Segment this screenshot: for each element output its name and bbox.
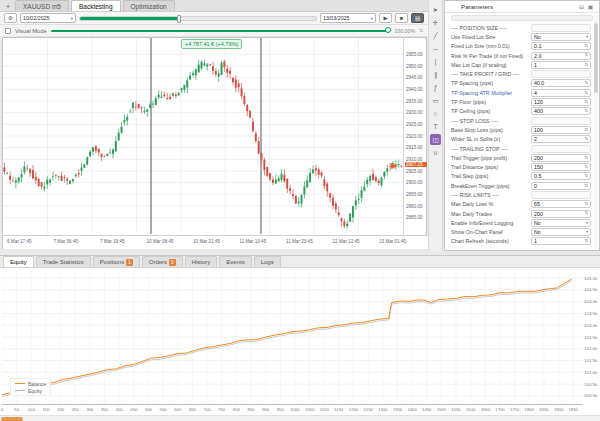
bottom-tab-label: History bbox=[192, 259, 211, 265]
bottom-tab-trade-statistics[interactable]: Trade Statistics bbox=[36, 256, 91, 267]
rectangle-icon[interactable]: ▭ bbox=[430, 95, 441, 106]
spinner-icon[interactable]: ⇅ bbox=[584, 184, 588, 188]
backtest-progress-bar[interactable] bbox=[79, 16, 317, 21]
new-tab-button[interactable]: + bbox=[3, 1, 13, 11]
spinner-icon[interactable]: ⇅ bbox=[584, 100, 588, 104]
equity-chart[interactable]: 100.0k100.5k101.0k101.5k102.0k102.5k103.… bbox=[0, 268, 600, 415]
vertical-line-icon[interactable]: ❘ bbox=[430, 56, 441, 67]
param-value-box[interactable]: 150⇅ bbox=[531, 163, 591, 171]
spinner-icon[interactable]: ⇅ bbox=[584, 137, 588, 141]
legend-item: Balance bbox=[15, 380, 46, 387]
dropdown-arrow-icon[interactable]: ▾ bbox=[586, 230, 588, 234]
dropdown-arrow-icon[interactable]: ▾ bbox=[586, 35, 588, 39]
trend-line-icon[interactable]: ╱ bbox=[430, 30, 441, 41]
param-value-box[interactable]: 0.5⇅ bbox=[531, 172, 591, 180]
speed-slider[interactable] bbox=[51, 30, 391, 32]
price-axis[interactable]: 2907.15 2885.002890.002895.002900.002905… bbox=[403, 38, 428, 235]
channel-icon[interactable]: ∥ bbox=[430, 69, 441, 80]
fibonacci-icon[interactable]: ƒ bbox=[430, 82, 441, 93]
dock-icon[interactable]: ⊟ bbox=[577, 3, 586, 10]
speed-slider-handle[interactable] bbox=[385, 27, 391, 33]
param-value-box[interactable]: 4⇅ bbox=[531, 89, 591, 97]
candle-body bbox=[75, 175, 77, 176]
results-tab-strip: EquityTrade StatisticsPositions1Orders0H… bbox=[0, 256, 600, 268]
param-value-box[interactable]: 120⇅ bbox=[531, 98, 591, 106]
spinner-icon[interactable]: ⇅ bbox=[584, 81, 588, 85]
parameters-panel-header: Parameters ⊟▣ bbox=[445, 1, 599, 13]
spinner-icon[interactable]: ⇅ bbox=[584, 202, 588, 206]
param-value-box[interactable]: 400⇅ bbox=[531, 107, 591, 115]
pointer-icon[interactable]: ➤ bbox=[430, 4, 441, 15]
param-value-box[interactable]: No▾ bbox=[531, 228, 591, 236]
end-date-select[interactable]: 13/03/2025 ▾ bbox=[320, 13, 376, 23]
param-value-text: 0 bbox=[534, 183, 537, 189]
bottom-tab-logs[interactable]: Logs bbox=[254, 256, 281, 267]
param-value-box[interactable]: No▾ bbox=[531, 33, 591, 41]
spinner-icon[interactable]: ⇅ bbox=[584, 156, 588, 160]
param-value-box[interactable]: 1⇅ bbox=[531, 237, 591, 245]
settings-button[interactable]: ⚙ bbox=[4, 13, 17, 23]
param-value-box[interactable]: 2⇅ bbox=[531, 135, 591, 143]
candle-body bbox=[246, 105, 248, 111]
param-value-box[interactable]: 0.1⇅ bbox=[531, 42, 591, 50]
candle-body bbox=[283, 175, 285, 182]
text-icon[interactable]: T bbox=[430, 121, 441, 132]
tab-xauusd-m5[interactable]: XAUUSD m5 bbox=[15, 0, 69, 11]
speed-stepper[interactable]: ⇅ bbox=[419, 28, 423, 33]
tab-backtesting[interactable]: Backtesting bbox=[71, 0, 121, 11]
spinner-icon[interactable]: ⇅ bbox=[584, 239, 588, 243]
magnet-icon[interactable]: ∪ bbox=[430, 147, 441, 158]
ellipse-icon[interactable]: ○ bbox=[430, 108, 441, 119]
date-axis[interactable]: 6 Mar 17:457 Mar 06:457 Mar 19:4510 Mar … bbox=[3, 235, 428, 249]
param-value-box[interactable]: 65⇅ bbox=[531, 200, 591, 208]
candle-body bbox=[86, 157, 88, 164]
candle-body bbox=[229, 71, 231, 74]
bottom-tab-orders[interactable]: Orders0 bbox=[142, 256, 183, 267]
spinner-icon[interactable]: ⇅ bbox=[584, 63, 588, 67]
candlestick-plot[interactable]: +4 787.41 € (+4.79%) bbox=[3, 38, 403, 235]
spinner-icon[interactable]: ⇅ bbox=[584, 128, 588, 132]
play-button[interactable]: ▶ bbox=[379, 13, 392, 23]
spinner-icon[interactable]: ⇅ bbox=[584, 44, 588, 48]
param-value-box[interactable]: 0⇅ bbox=[531, 182, 591, 190]
param-value-box[interactable]: 2.0⇅ bbox=[531, 52, 591, 60]
current-price-tag: 2907.15 bbox=[405, 162, 427, 167]
spinner-icon[interactable]: ⇅ bbox=[584, 53, 588, 57]
param-value-box[interactable]: 100⇅ bbox=[531, 126, 591, 134]
tab-optimization[interactable]: Optimization bbox=[123, 0, 175, 11]
spinner-icon[interactable]: ⇅ bbox=[584, 174, 588, 178]
candle-body bbox=[195, 69, 197, 75]
bottom-tab-positions[interactable]: Positions1 bbox=[93, 256, 140, 267]
bottom-tab-equity[interactable]: Equity bbox=[3, 256, 34, 267]
spinner-icon[interactable]: ⇅ bbox=[584, 109, 588, 113]
progress-handle[interactable] bbox=[177, 15, 181, 23]
candle-body bbox=[235, 79, 237, 87]
spinner-icon[interactable]: ⇅ bbox=[584, 211, 588, 215]
bottom-tab-events[interactable]: Events bbox=[219, 256, 251, 267]
parameters-panel: Parameters ⊟▣ ---- POSITION SIZE ----Use… bbox=[444, 0, 600, 251]
x-tick-label: 1050 bbox=[305, 407, 314, 412]
param-value-box[interactable]: 1⇅ bbox=[531, 61, 591, 69]
param-value-text: 2.0 bbox=[534, 53, 541, 59]
spinner-icon[interactable]: ⇅ bbox=[584, 91, 588, 95]
param-value-box[interactable]: 200⇅ bbox=[531, 154, 591, 162]
dropdown-arrow-icon[interactable]: ▾ bbox=[586, 221, 588, 225]
equity-scrollbar[interactable] bbox=[0, 415, 600, 421]
parameters-scrollbar-thumb[interactable] bbox=[594, 23, 598, 93]
param-value-box[interactable]: 40.0⇅ bbox=[531, 79, 591, 87]
visual-mode-checkbox[interactable] bbox=[5, 28, 11, 34]
bottom-tab-history[interactable]: History bbox=[185, 256, 218, 267]
param-value-text: 120 bbox=[534, 99, 543, 105]
popout-icon[interactable]: ▣ bbox=[586, 3, 595, 10]
param-value-box[interactable]: 200⇅ bbox=[531, 210, 591, 218]
start-date-select[interactable]: 10/02/2025 ▾ bbox=[20, 13, 76, 23]
equity-scrollbar-thumb[interactable] bbox=[1, 417, 23, 421]
report-button[interactable]: ▤ bbox=[411, 13, 424, 23]
crosshair-icon[interactable]: ✛ bbox=[430, 17, 441, 28]
indicator-icon[interactable]: ◫ bbox=[430, 134, 441, 145]
spinner-icon[interactable]: ⇅ bbox=[584, 165, 588, 169]
parameters-scrollbar[interactable] bbox=[594, 15, 598, 248]
param-value-box[interactable]: No▾ bbox=[531, 219, 591, 227]
horizontal-line-icon[interactable]: ─ bbox=[430, 43, 441, 54]
stop-button[interactable]: ■ bbox=[395, 13, 408, 23]
